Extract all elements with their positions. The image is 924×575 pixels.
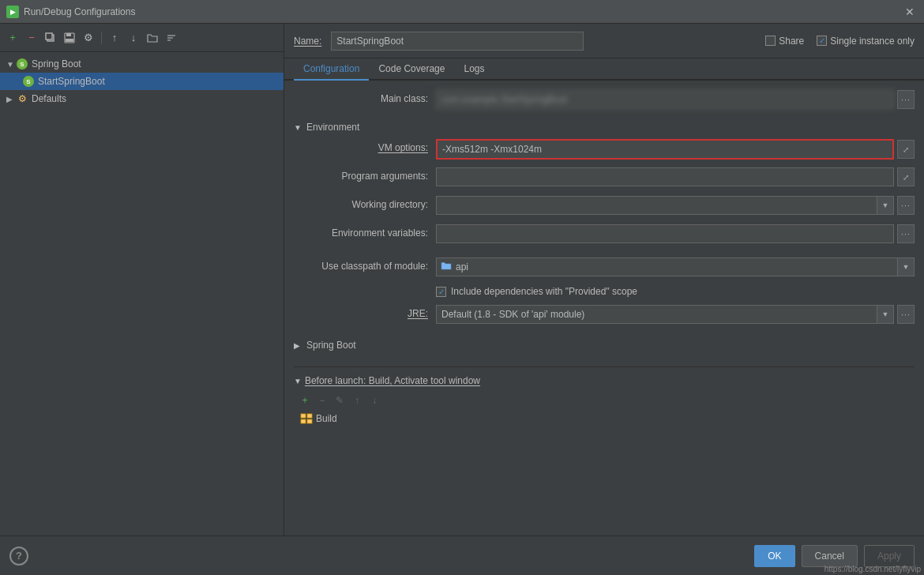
jre-dropdown-wrap: ▼ [436,305,894,324]
working-dir-label: Working directory: [294,196,436,210]
classpath-dropdown-button[interactable]: ▼ [897,257,915,276]
program-args-label: Program arguments: [294,167,436,182]
svg-rect-9 [307,414,312,418]
defaults-icon: ⚙ [16,92,28,105]
tree-arrow-defaults: ▶ [6,95,16,103]
launch-add-button[interactable]: + [297,393,313,408]
defaults-label: Defaults [32,93,66,104]
move-down-button[interactable]: ↓ [126,30,141,46]
before-launch-arrow: ▼ [294,377,302,385]
sidebar-toolbar: + − ⚙ ↑ ↓ [0,24,284,52]
working-dir-dropdown-wrap: ▼ [436,196,894,215]
springboot-group-label: Spring Boot [32,58,81,70]
launch-remove-button[interactable]: − [314,393,330,408]
tree-arrow-springboot: ▼ [6,60,16,69]
tree-item-springboot-group[interactable]: ▼ S Spring Boot [0,55,284,73]
jre-row: JRE: ▼ ··· [294,305,915,325]
spring-boot-section-header[interactable]: ▶ Spring Boot [294,336,915,354]
dialog-title: Run/Debug Configurations [24,6,902,17]
vm-options-row: VM options: ⤢ [294,139,915,160]
config-header: Name: Share ✓ Single instance only [284,24,924,58]
share-checkbox-area[interactable]: Share [765,36,804,47]
classpath-control: ▼ [436,257,915,276]
vm-options-control: ⤢ [436,139,915,160]
tab-code-coverage[interactable]: Code Coverage [369,58,454,81]
jre-dropdown-button[interactable]: ▼ [877,305,894,324]
env-vars-input[interactable] [436,224,894,243]
name-input[interactable] [331,32,584,51]
launch-toolbar: + − ✎ ↑ ↓ [297,393,915,408]
add-config-button[interactable]: + [5,30,21,46]
title-bar: ▶ Run/Debug Configurations ✕ [0,0,924,24]
working-dir-row: Working directory: ▼ ··· [294,196,915,216]
save-config-button[interactable] [62,30,77,46]
svg-rect-11 [307,419,312,423]
spring-boot-section: ▶ Spring Boot [294,333,915,360]
launch-down-button[interactable]: ↓ [366,393,382,408]
svg-rect-10 [301,419,306,423]
include-deps-row: ✓ Include dependencies with "Provided" s… [436,286,915,297]
tree-item-startspringboot[interactable]: S StartSpringBoot [0,73,284,90]
launch-edit-button[interactable]: ✎ [332,393,347,408]
jre-control: ▼ ··· [436,305,915,324]
remove-config-button[interactable]: − [24,30,39,46]
copy-config-button[interactable] [43,30,58,46]
working-dir-input[interactable] [436,196,877,215]
program-args-input[interactable] [436,167,894,186]
include-deps-label: Include dependencies with "Provided" sco… [451,286,637,297]
tab-logs[interactable]: Logs [454,58,494,81]
build-label: Build [316,413,337,424]
single-instance-label: Single instance only [830,36,915,47]
build-item: Build [294,412,915,426]
single-instance-checkbox-area[interactable]: ✓ Single instance only [817,36,915,47]
move-up-button[interactable]: ↑ [107,30,122,46]
program-args-expand-button[interactable]: ⤢ [897,167,915,186]
working-dir-dropdown-button[interactable]: ▼ [877,196,894,215]
watermark: https://blog.csdn.net/lyflyvip [824,565,921,573]
before-launch-header[interactable]: ▼ Before launch: Build, Activate tool wi… [294,374,915,388]
env-vars-control: ··· [436,224,915,243]
classpath-row: Use classpath of module: ▼ [294,257,915,278]
vm-expand-button[interactable]: ⤢ [897,140,915,159]
environment-section-header[interactable]: ▼ Environment [294,118,915,136]
form-area: Main class: ··· ▼ Environment VM options… [284,81,924,536]
apply-button[interactable]: Apply [864,545,915,567]
single-instance-checkbox[interactable]: ✓ [817,36,827,46]
svg-rect-3 [66,33,71,36]
tab-configuration[interactable]: Configuration [294,58,369,81]
ok-button[interactable]: OK [754,545,794,567]
vm-options-input[interactable] [438,141,892,158]
launch-up-button[interactable]: ↑ [349,393,365,408]
app-icon: ▶ [6,6,19,18]
sort-button[interactable] [163,30,179,46]
env-vars-label: Environment variables: [294,224,436,239]
main-layout: + − ⚙ ↑ ↓ [0,24,924,536]
env-vars-dots-button[interactable]: ··· [897,224,915,243]
include-deps-checkbox[interactable]: ✓ [436,287,446,297]
before-launch-section: ▼ Before launch: Build, Activate tool wi… [294,366,915,432]
main-class-control: ··· [436,90,915,109]
tree-item-defaults[interactable]: ▶ ⚙ Defaults [0,90,284,107]
vm-input-wrapper [436,139,894,160]
config-tree: ▼ S Spring Boot S StartSpringBoot ▶ ⚙ De [0,52,284,536]
main-class-dots-button[interactable]: ··· [897,90,915,109]
jre-dots-button[interactable]: ··· [897,305,915,324]
working-dir-dots-button[interactable]: ··· [897,196,915,215]
help-button[interactable]: ? [9,547,28,566]
gear-config-button[interactable]: ⚙ [81,30,96,46]
sidebar: + − ⚙ ↑ ↓ [0,24,284,536]
main-class-input[interactable] [436,90,894,109]
cancel-button[interactable]: Cancel [802,545,858,567]
classpath-input[interactable] [436,257,897,276]
spring-boot-label: Spring Boot [306,340,356,351]
share-checkbox[interactable] [765,36,776,46]
right-panel: Name: Share ✓ Single instance only [284,24,924,536]
startspringboot-icon: S [22,75,35,88]
name-label: Name: [294,36,321,47]
program-args-control: ⤢ [436,167,915,186]
jre-input[interactable] [436,305,877,324]
bottom-bar: ? OK Cancel Apply [0,536,924,575]
module-folder-icon [441,261,452,271]
close-button[interactable]: ✕ [902,4,918,20]
folder-button[interactable] [145,30,160,46]
